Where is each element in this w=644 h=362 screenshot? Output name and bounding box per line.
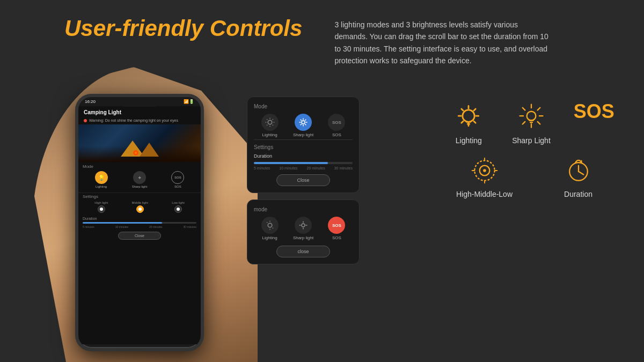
phone-warning: Warning: Do not shine the camping light … xyxy=(78,117,201,124)
panel1-settings-label: Settings xyxy=(254,139,353,150)
duration-mark-30: 30 minutes xyxy=(184,225,196,228)
phone-mode-sharp: ✦ Sharp light xyxy=(132,171,148,188)
phone-duration-marks: 5 minutes 10 minutes 20 minutes 30 minut… xyxy=(83,225,196,228)
clock-icon xyxy=(564,156,594,186)
panel2-sharp-label: Sharp light xyxy=(293,235,313,240)
phone-screen: Camping Light Warning: Do not shine the … xyxy=(78,106,201,344)
panel1-mode-icons: Lighting Sharp light SOS xyxy=(254,114,353,137)
brightness-high-inner xyxy=(100,208,103,211)
svg-line-36 xyxy=(462,121,463,123)
svg-line-8 xyxy=(272,119,273,120)
sharp-mode-icon[interactable]: ✦ xyxy=(133,171,146,184)
phone-time: 16:20 xyxy=(85,99,96,104)
svg-point-37 xyxy=(527,112,536,121)
svg-point-18 xyxy=(268,223,272,227)
svg-line-3 xyxy=(267,119,267,120)
p1-mark-10: 10 minutes xyxy=(279,166,297,170)
phone-warning-text: Warning: Do not shine the camping light … xyxy=(89,119,178,122)
sos-mode-label: SOS xyxy=(174,185,181,188)
panel2-sos-text: SOS xyxy=(332,223,341,228)
svg-line-21 xyxy=(267,222,267,223)
lighting-mode-label: Lighting xyxy=(96,185,107,188)
svg-line-14 xyxy=(301,120,302,121)
brightness-mid: Middle light xyxy=(131,201,148,213)
svg-line-33 xyxy=(462,109,463,110)
brightness-low-label: Low light xyxy=(172,201,185,204)
phone-icons: 📶🔋 xyxy=(184,99,194,104)
brightness-low-inner xyxy=(177,208,180,211)
brightness-high-dot[interactable] xyxy=(98,205,105,213)
p1-mark-5: 5 minutes xyxy=(254,166,270,170)
warning-dot-icon xyxy=(84,119,87,122)
svg-line-7 xyxy=(267,125,267,125)
panel2-mode-label: mode xyxy=(254,206,353,212)
panel1-close-button[interactable]: Close xyxy=(276,174,330,186)
header-section: User-friendly Controls 3 lighting modes … xyxy=(64,16,601,67)
phone-duration-bar[interactable] xyxy=(83,222,196,224)
panel1-sharp: Sharp light xyxy=(293,114,313,137)
panel1-duration-marks: 5 minutes 10 minutes 20 minutes 30 minut… xyxy=(254,166,353,170)
phone-brightness-row: High light Middle light Low light xyxy=(83,201,196,213)
panel1-sharp-icon[interactable] xyxy=(295,114,312,131)
phone-mode-label: Mode xyxy=(83,164,196,169)
panel1-sos-icon[interactable]: SOS xyxy=(328,114,345,131)
p1-mark-20: 20 minutes xyxy=(307,166,325,170)
panel1-duration-fill xyxy=(254,162,328,164)
sos-mode-icon[interactable]: SOS xyxy=(171,171,184,184)
ui-panels: Mode Lighting xyxy=(247,97,360,271)
feature-brightness: High-Middle-Low xyxy=(440,156,529,198)
lighting-mode-icon[interactable]: 💡 xyxy=(95,171,108,184)
svg-point-9 xyxy=(302,121,305,124)
panel2-lighting-icon[interactable] xyxy=(261,217,279,234)
svg-point-48 xyxy=(483,169,486,172)
p1-mark-30: 30 minutes xyxy=(334,166,353,170)
phone-settings-label: Settings xyxy=(83,194,196,199)
panel2-close-button[interactable]: close xyxy=(276,246,330,257)
phone-mode-icons: 💡 Lighting ✦ Sharp light SOS SOS xyxy=(83,171,196,188)
svg-line-15 xyxy=(305,124,306,125)
panel2-sos-icon[interactable]: SOS xyxy=(328,217,345,234)
svg-line-45 xyxy=(523,122,525,124)
svg-line-35 xyxy=(474,109,475,110)
phone-mode-section: Mode 💡 Lighting ✦ Sharp light SOS SOS xyxy=(78,162,201,193)
panel1-lighting: Lighting xyxy=(261,114,279,137)
panel2-sharp: Sharp light xyxy=(293,217,313,240)
description-text: 3 lighting modes and 3 brightness levels… xyxy=(334,16,549,67)
phone-notch xyxy=(118,97,161,107)
panel2-sharp-icon[interactable] xyxy=(295,217,312,234)
phone-app-title: Camping Light xyxy=(78,106,201,117)
panel2-lighting-label: Lighting xyxy=(262,235,277,240)
brightness-low-dot[interactable] xyxy=(174,205,182,213)
phone-duration-section: Duration 5 minutes 10 minutes 20 minutes… xyxy=(78,216,201,230)
brightness-mid-inner xyxy=(138,208,142,211)
panel1-duration-bar[interactable] xyxy=(254,162,353,164)
feature-lighting: Lighting xyxy=(440,102,497,145)
panel1-mode-label: Mode xyxy=(254,104,353,109)
main-title: User-friendly Controls xyxy=(64,16,302,41)
lighting-icon xyxy=(453,102,484,132)
feature-sos: SOS xyxy=(565,102,623,145)
svg-point-0 xyxy=(268,120,272,124)
sharp-mode-label: Sharp light xyxy=(132,185,148,188)
phone-mode-sos: SOS SOS xyxy=(171,171,184,188)
phone-close-button[interactable]: Close xyxy=(118,232,161,240)
feature-duration: Duration xyxy=(534,156,623,198)
feature-duration-label: Duration xyxy=(564,190,592,198)
duration-mark-20: 20 minutes xyxy=(149,225,162,228)
sharp-light-icon xyxy=(516,102,546,132)
panel1-sharp-label: Sharp light xyxy=(293,132,313,137)
ui-panel-2: mode Lighting xyxy=(247,200,360,264)
feature-icons-row2: High-Middle-Low Duration xyxy=(440,156,623,198)
brightness-mid-dot[interactable] xyxy=(136,205,144,213)
sos-icon: SOS xyxy=(574,102,614,121)
phone-duration-fill xyxy=(83,222,162,224)
feature-lighting-label: Lighting xyxy=(456,136,482,145)
svg-line-44 xyxy=(538,108,540,110)
feature-sharp-light: Sharp Light xyxy=(503,102,560,145)
brightness-high-label: High light xyxy=(94,201,108,204)
svg-line-55 xyxy=(579,172,583,175)
panel1-duration-label: Duration xyxy=(254,153,353,159)
panel1-lighting-icon[interactable] xyxy=(261,114,279,131)
brightness-high: High light xyxy=(94,201,108,213)
svg-line-17 xyxy=(305,120,306,121)
